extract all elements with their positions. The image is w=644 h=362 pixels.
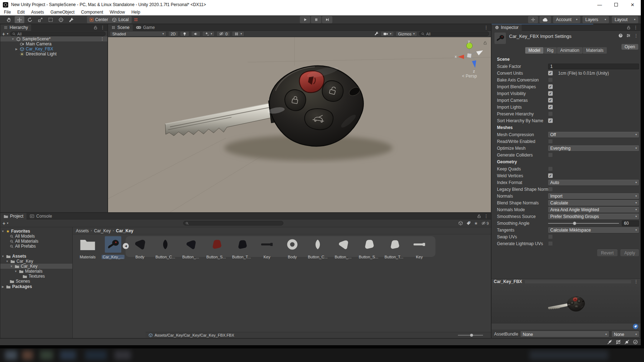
scene-fx-dropdown[interactable]: ▾	[202, 31, 215, 36]
cloud-services-button[interactable]	[540, 16, 551, 23]
scene-hidden-objects-toggle[interactable]: 0	[216, 31, 230, 36]
import-settings-menu-icon[interactable]: ⋮	[634, 34, 638, 38]
custom-tool-button[interactable]	[67, 16, 76, 23]
thumbnail-size-handle[interactable]	[470, 334, 473, 337]
hierarchy-search-input[interactable]: All	[10, 31, 106, 36]
mesh-body[interactable]: Body	[281, 236, 304, 259]
scene-viewport[interactable]: y x z < Persp	[108, 37, 491, 212]
subasset-button[interactable]: Button_...	[179, 236, 202, 259]
progress-idle-icon[interactable]	[633, 339, 638, 344]
transform-tool-button[interactable]	[56, 16, 66, 23]
mesh-compression-dropdown[interactable]: Off▾	[548, 132, 639, 138]
close-button[interactable]: ✕	[624, 0, 641, 9]
hand-tool-button[interactable]	[4, 16, 14, 23]
inspector-lock-icon[interactable]	[626, 25, 631, 30]
legacy-blendshape-normals-checkbox[interactable]	[548, 187, 553, 192]
presets-icon[interactable]	[626, 33, 631, 38]
notifications-disabled-icon[interactable]	[624, 339, 629, 344]
subasset-body[interactable]: Body	[128, 236, 151, 259]
scene-row-menu-icon[interactable]: ⋮	[100, 37, 104, 41]
menu-assets[interactable]: Assets	[28, 9, 47, 15]
project-search-input[interactable]	[183, 221, 283, 225]
revert-button[interactable]: Revert	[597, 249, 618, 256]
preserve-hierarchy-checkbox[interactable]	[548, 111, 553, 116]
tree-car-key[interactable]: ▼Car_Key	[0, 259, 72, 264]
import-blendshapes-checkbox[interactable]	[548, 84, 553, 89]
tree-car-key-sub[interactable]: ▼Car_Key	[0, 264, 72, 269]
hierarchy-row-car-key-fbx[interactable]: ▶ Car_Key_FBX	[0, 46, 107, 51]
scale-tool-button[interactable]	[35, 16, 45, 23]
scene-grid-dropdown[interactable]: ▾	[232, 31, 244, 36]
breadcrumb-current[interactable]: Car_Key	[116, 228, 133, 233]
import-lights-checkbox[interactable]	[548, 105, 553, 109]
weld-vertices-checkbox[interactable]	[548, 173, 553, 178]
subasset-button-c[interactable]: Button_C...	[154, 236, 177, 259]
smoothing-angle-slider-handle[interactable]	[573, 222, 576, 225]
asset-bundle-variant-dropdown[interactable]: None▾	[612, 331, 639, 337]
debug-mode-button[interactable]	[528, 16, 538, 23]
scene-menu-icon[interactable]: ⋮	[484, 25, 488, 30]
hierarchy-add-caret[interactable]: ▾	[7, 33, 8, 35]
tree-packages[interactable]: ▶Packages	[0, 284, 72, 289]
hierarchy-add-button[interactable]: +	[2, 31, 5, 36]
scene-camera-dropdown[interactable]: ▾	[381, 31, 394, 36]
smoothness-source-dropdown[interactable]: Prefer Smoothing Groups▾	[548, 214, 639, 219]
scale-factor-input[interactable]: 1	[548, 64, 639, 69]
preview-drag-handle[interactable]	[525, 281, 631, 283]
scene-tools-icon[interactable]	[374, 31, 379, 37]
menu-window[interactable]: Window	[106, 9, 128, 15]
mesh-button-s[interactable]: Button_S...	[357, 236, 380, 259]
asset-preview[interactable]	[492, 284, 640, 323]
normals-mode-dropdown[interactable]: Area And Angle Weighted▾	[548, 207, 639, 213]
tab-inspector[interactable]: Inspector	[492, 24, 522, 31]
tab-scene[interactable]: Scene	[108, 24, 133, 31]
hidden-packages-toggle[interactable]: 9	[481, 221, 489, 225]
tab-rig[interactable]: Rig	[544, 47, 557, 54]
generate-colliders-checkbox[interactable]	[548, 153, 553, 157]
asset-grid[interactable]: ◀ Materials Car_Key_... Body Button_C...…	[73, 234, 491, 332]
scene-audio-toggle[interactable]	[191, 31, 200, 36]
scene-search-input[interactable]: All	[419, 31, 489, 36]
preview-menu-icon[interactable]: ⋮	[634, 279, 638, 284]
subasset-key[interactable]: Key	[255, 236, 278, 259]
normals-dropdown[interactable]: Import▾	[548, 193, 639, 199]
subasset-button-s[interactable]: Button_S...	[205, 236, 228, 259]
move-tool-button[interactable]	[15, 16, 24, 23]
project-add-button[interactable]: +	[3, 220, 5, 226]
rect-tool-button[interactable]	[46, 16, 55, 23]
collab-disabled-icon[interactable]	[607, 339, 612, 344]
pause-button[interactable]	[311, 16, 321, 23]
scene-lighting-toggle[interactable]	[180, 31, 189, 36]
tree-all-prefabs[interactable]: All Prefabs	[0, 244, 72, 249]
hierarchy-menu-icon[interactable]: ⋮	[101, 25, 105, 30]
grid-snap-button[interactable]	[131, 16, 141, 23]
minimize-button[interactable]: —	[591, 0, 608, 9]
bake-axis-conversion-checkbox[interactable]	[548, 78, 553, 82]
tangents-dropdown[interactable]: Calculate Mikktspace▾	[548, 227, 639, 233]
mesh-key[interactable]: Key	[408, 236, 431, 259]
sort-hierarchy-checkbox[interactable]	[548, 118, 553, 123]
breadcrumb-car-key[interactable]: Car_Key	[94, 228, 111, 233]
asset-labels-icon[interactable]	[633, 324, 638, 329]
tab-animation[interactable]: Animation	[557, 47, 582, 54]
orientation-gizmo[interactable]: y x z < Persp	[454, 39, 484, 79]
layout-dropdown[interactable]: Layout▾	[612, 16, 638, 23]
smoothing-angle-value[interactable]: 60	[622, 220, 639, 226]
tree-textures[interactable]: Textures	[0, 274, 72, 279]
project-add-caret[interactable]: ▾	[7, 222, 8, 225]
tab-materials[interactable]: Materials	[583, 47, 607, 54]
draw-mode-dropdown[interactable]: Shaded▾	[110, 31, 166, 36]
tab-game[interactable]: Game	[133, 24, 158, 31]
tab-hierarchy[interactable]: Hierarchy	[0, 24, 31, 31]
rotate-tool-button[interactable]	[25, 16, 35, 23]
hierarchy-row-main-camera[interactable]: Main Camera	[0, 41, 107, 46]
step-button[interactable]	[322, 16, 332, 23]
pivot-toggle-button[interactable]: Center	[87, 16, 111, 23]
gizmos-dropdown[interactable]: Gizmos▾	[396, 31, 417, 36]
tab-model[interactable]: Model	[525, 47, 543, 54]
2d-toggle-button[interactable]: 2D	[168, 31, 178, 36]
tab-console[interactable]: Console	[26, 213, 55, 219]
mesh-button-t[interactable]: Button_T...	[382, 236, 405, 259]
smoothing-angle-slider[interactable]	[548, 223, 619, 224]
keep-quads-checkbox[interactable]	[548, 167, 553, 171]
